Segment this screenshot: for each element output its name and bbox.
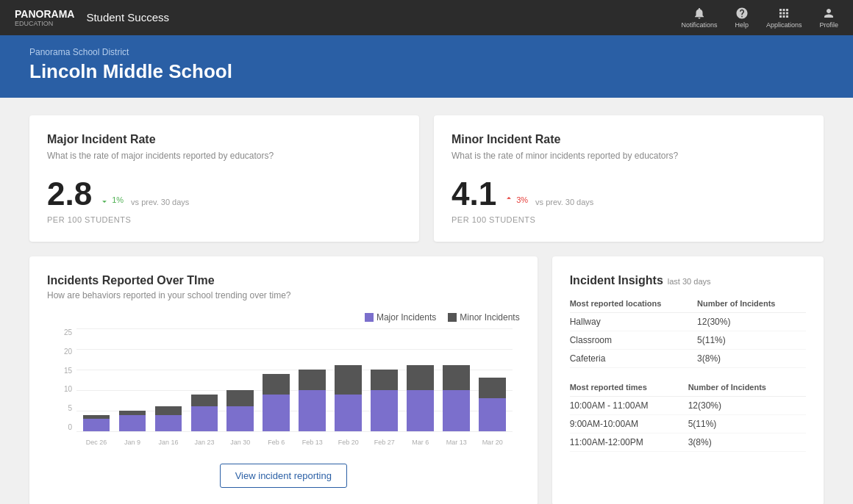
bar-chart: 25 20 15 10 5 0 bbox=[54, 328, 513, 446]
location-row: Hallway12(30%) bbox=[570, 313, 806, 331]
metrics-row: Major Incident Rate What is the rate of … bbox=[29, 115, 824, 242]
legend-minor: Minor Incidents bbox=[448, 312, 519, 323]
trend-down-icon bbox=[99, 195, 110, 205]
nav-right: Notifications Help Applications Profile bbox=[681, 7, 838, 29]
school-name: Lincoln Middle School bbox=[29, 60, 824, 83]
bar-group bbox=[476, 328, 510, 431]
help-button[interactable]: Help bbox=[735, 7, 749, 29]
app-title: Student Success bbox=[86, 11, 169, 24]
chart-subtitle: How are behaviors reported in your schoo… bbox=[47, 290, 520, 300]
profile-button[interactable]: Profile bbox=[819, 7, 838, 29]
nav-left: PANORAMA EDUCATION Student Success bbox=[15, 7, 169, 28]
main-content: Major Incident Rate What is the rate of … bbox=[0, 98, 853, 504]
location-row: Cafeteria3(8%) bbox=[570, 350, 806, 368]
chart-card: Incidents Reported Over TIme How are beh… bbox=[29, 256, 538, 504]
time-row: 10:00AM - 11:00AM12(30%) bbox=[570, 397, 806, 415]
bottom-row: Incidents Reported Over TIme How are beh… bbox=[29, 256, 824, 504]
chart-title: Incidents Reported Over TIme bbox=[47, 274, 520, 287]
locations-section: Most reported locations Number of Incide… bbox=[570, 299, 806, 368]
times-col2-header: Number of Incidents bbox=[688, 383, 806, 397]
minor-value: 4.1 bbox=[452, 176, 496, 212]
trend-up-icon bbox=[504, 195, 514, 205]
chart-inner bbox=[76, 328, 513, 431]
insights-card: Incident Insights last 30 days Most repo… bbox=[552, 256, 824, 504]
major-trend-text: vs prev. 30 days bbox=[131, 198, 189, 206]
page-header: Panorama School District Lincoln Middle … bbox=[0, 35, 853, 98]
bar-group bbox=[115, 328, 149, 431]
locations-col2-header: Number of Incidents bbox=[697, 299, 806, 313]
bar-group bbox=[260, 328, 293, 431]
bar-group bbox=[440, 328, 474, 431]
bars-container bbox=[76, 328, 513, 431]
bar-group bbox=[296, 328, 329, 431]
y-axis: 25 20 15 10 5 0 bbox=[54, 328, 72, 431]
minor-trend: 3% bbox=[504, 195, 528, 205]
major-trend: 1% bbox=[99, 195, 124, 205]
times-section: Most reported times Number of Incidents … bbox=[570, 383, 806, 452]
bell-icon bbox=[693, 7, 706, 20]
bar-group bbox=[224, 328, 257, 431]
locations-table: Most reported locations Number of Incide… bbox=[570, 299, 806, 368]
view-btn-row: View incident reporting bbox=[47, 464, 520, 488]
time-row: 9:00AM-10:00AM5(11%) bbox=[570, 415, 806, 433]
chart-legend: Major Incidents Minor Incidents bbox=[47, 312, 520, 323]
major-value: 2.8 bbox=[47, 176, 92, 212]
bar-group bbox=[332, 328, 365, 431]
minor-metric-label: PER 100 STUDENTS bbox=[452, 215, 806, 224]
locations-col1-header: Most reported locations bbox=[570, 299, 697, 313]
bar-group bbox=[188, 328, 221, 431]
x-labels: Dec 26Jan 9Jan 16Jan 23Jan 30Feb 6Feb 13… bbox=[76, 439, 513, 446]
minor-metric-row: 4.1 3% vs prev. 30 days bbox=[452, 176, 806, 212]
minor-card-title: Minor Incident Rate bbox=[452, 133, 806, 146]
logo: PANORAMA EDUCATION bbox=[15, 7, 74, 28]
major-card-title: Major Incident Rate bbox=[47, 133, 401, 146]
bar-group bbox=[151, 328, 185, 431]
insights-title: Incident Insights last 30 days bbox=[570, 274, 806, 287]
time-row: 11:00AM-12:00PM3(8%) bbox=[570, 433, 806, 452]
major-card-subtitle: What is the rate of major incidents repo… bbox=[47, 151, 401, 161]
district-label: Panorama School District bbox=[29, 47, 824, 57]
location-row: Classroom5(11%) bbox=[570, 331, 806, 350]
top-nav: PANORAMA EDUCATION Student Success Notif… bbox=[0, 0, 853, 35]
times-table: Most reported times Number of Incidents … bbox=[570, 383, 806, 452]
minor-trend-text: vs prev. 30 days bbox=[535, 198, 593, 206]
bar-group bbox=[79, 328, 113, 431]
major-metric-label: PER 100 STUDENTS bbox=[47, 215, 401, 224]
apps-icon bbox=[777, 7, 790, 20]
minor-incident-card: Minor Incident Rate What is the rate of … bbox=[434, 115, 824, 242]
bar-group bbox=[368, 328, 401, 431]
bar-group bbox=[404, 328, 438, 431]
major-metric-row: 2.8 1% vs prev. 30 days bbox=[47, 176, 401, 212]
minor-legend-dot bbox=[448, 313, 457, 322]
notifications-button[interactable]: Notifications bbox=[681, 7, 717, 29]
applications-button[interactable]: Applications bbox=[766, 7, 802, 29]
profile-icon bbox=[822, 7, 835, 20]
legend-major: Major Incidents bbox=[365, 312, 436, 323]
help-icon bbox=[735, 7, 749, 20]
major-legend-dot bbox=[365, 313, 374, 322]
view-incident-reporting-button[interactable]: View incident reporting bbox=[220, 464, 347, 488]
minor-card-subtitle: What is the rate of minor incidents repo… bbox=[452, 151, 806, 161]
times-col1-header: Most reported times bbox=[570, 383, 688, 397]
major-incident-card: Major Incident Rate What is the rate of … bbox=[29, 115, 419, 242]
